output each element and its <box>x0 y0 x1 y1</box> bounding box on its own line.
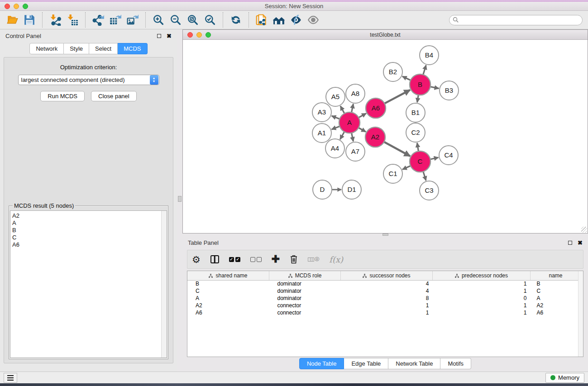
graph-node-A1[interactable]: A1 <box>312 124 331 143</box>
table-cell[interactable]: 1 <box>432 309 530 316</box>
save-session-icon[interactable] <box>22 12 37 28</box>
show-column-icon[interactable] <box>210 255 219 263</box>
graph-node-A7[interactable]: A7 <box>346 142 365 161</box>
graph-node-C2[interactable]: C2 <box>406 123 425 142</box>
graph-edge-B-B2[interactable] <box>402 76 411 81</box>
optimization-criterion-select[interactable]: largest connected component (directed) ▲… <box>18 75 159 85</box>
tab-network[interactable]: Network <box>29 43 64 54</box>
memory-button[interactable]: Memory <box>545 373 584 383</box>
export-network-icon[interactable] <box>91 12 106 28</box>
import-network-icon[interactable] <box>48 12 63 28</box>
graph-node-D1[interactable]: D1 <box>342 180 361 199</box>
import-table-icon[interactable] <box>65 12 80 28</box>
graph-node-A3[interactable]: A3 <box>312 103 331 122</box>
graph-node-B2[interactable]: B2 <box>383 62 402 81</box>
table-cell[interactable]: 1 <box>432 287 530 295</box>
table-row[interactable]: Cdominator41C <box>187 287 581 295</box>
hide-graphics-details-icon[interactable] <box>288 12 304 28</box>
window-resize-grip[interactable] <box>581 227 587 233</box>
table-cell[interactable]: A2 <box>530 302 581 309</box>
graph-edge-B-B4[interactable] <box>423 65 426 75</box>
tab-select[interactable]: Select <box>89 43 118 54</box>
table-cell[interactable]: 1 <box>432 302 530 309</box>
table-cell[interactable]: connector <box>269 302 340 309</box>
column-header-name[interactable]: name <box>530 271 581 280</box>
zoom-selected-icon[interactable] <box>202 12 218 28</box>
table-cell[interactable]: dominator <box>269 280 340 287</box>
column-header-successor-nodes[interactable]: successor nodes <box>341 271 433 280</box>
result-item[interactable]: C <box>12 234 159 241</box>
run-mcds-button[interactable]: Run MCDS <box>40 91 85 101</box>
graph-edge-A-A4[interactable] <box>340 131 344 139</box>
table-cell[interactable]: 4 <box>341 280 433 287</box>
table-cell[interactable]: 1 <box>341 309 433 316</box>
graph-node-D[interactable]: D <box>313 180 332 199</box>
graph-edge-A-A6[interactable] <box>358 114 366 118</box>
table-cell[interactable]: 1 <box>432 280 530 287</box>
graph-edge-A-A5[interactable] <box>340 106 345 114</box>
tab-node-table[interactable]: Node Table <box>299 358 344 369</box>
graph-edge-A-A3[interactable] <box>332 116 340 119</box>
table-cell[interactable]: 1 <box>341 302 433 309</box>
table-cell[interactable]: A6 <box>187 309 269 316</box>
graph-edge-C-C3[interactable] <box>423 171 426 181</box>
refresh-icon[interactable] <box>228 12 244 28</box>
graph-node-B3[interactable]: B3 <box>440 81 459 100</box>
delete-column-icon[interactable] <box>290 255 298 264</box>
graph-edge-A2-C[interactable] <box>383 142 410 156</box>
close-panel-icon[interactable]: ✖ <box>578 240 583 246</box>
table-cell[interactable]: 4 <box>341 287 433 295</box>
select-all-checkboxes-icon[interactable]: ✓✓ <box>229 257 240 262</box>
splitter-grip[interactable] <box>178 196 182 202</box>
tab-mcds[interactable]: MCDS <box>118 43 147 54</box>
graph-edge-A-A7[interactable] <box>351 133 353 142</box>
tab-edge-table[interactable]: Edge Table <box>344 358 388 369</box>
float-panel-icon[interactable] <box>568 241 572 245</box>
table-cell[interactable]: A <box>187 295 269 302</box>
float-panel-icon[interactable] <box>157 34 161 38</box>
result-item[interactable]: A2 <box>12 212 159 219</box>
result-item[interactable]: B <box>12 227 159 234</box>
column-header-predecessor-nodes[interactable]: predecessor nodes <box>432 271 530 280</box>
export-table-icon[interactable] <box>108 12 123 28</box>
horizontal-splitter[interactable] <box>182 234 588 236</box>
zoom-fit-icon[interactable] <box>185 12 201 28</box>
table-cell[interactable]: C <box>187 287 269 295</box>
graph-edge-C-C4[interactable] <box>430 157 438 159</box>
ndex-home-icon[interactable] <box>271 12 287 28</box>
search-input[interactable] <box>449 15 583 25</box>
table-cell[interactable]: B <box>187 280 269 287</box>
export-image-icon[interactable] <box>125 12 140 28</box>
column-header-MCDS-role[interactable]: MCDS role <box>269 271 340 280</box>
graph-node-A[interactable]: A <box>339 112 360 133</box>
graph-node-C1[interactable]: C1 <box>383 164 402 183</box>
show-graphics-details-icon[interactable] <box>306 12 321 28</box>
table-cell[interactable]: A6 <box>530 309 581 316</box>
table-cell[interactable]: A <box>530 295 581 302</box>
graph-node-C[interactable]: C <box>410 151 430 172</box>
add-column-icon[interactable]: ✚ <box>272 254 280 264</box>
graph-node-A5[interactable]: A5 <box>326 87 345 106</box>
graph-node-A8[interactable]: A8 <box>346 84 365 103</box>
graph-node-C3[interactable]: C3 <box>420 181 439 200</box>
graph-node-B[interactable]: B <box>410 74 430 95</box>
table-cell[interactable]: dominator <box>269 287 340 295</box>
panel-splitter[interactable] <box>177 29 182 372</box>
table-scrollbar[interactable] <box>578 271 583 357</box>
result-item[interactable]: A <box>12 219 159 227</box>
tab-network-table[interactable]: Network Table <box>388 358 440 369</box>
column-header-shared-name[interactable]: shared name <box>187 271 269 280</box>
unselect-all-checkboxes-icon[interactable] <box>250 257 262 262</box>
splitter-grip[interactable] <box>382 234 388 236</box>
graph-edge-B-B1[interactable] <box>417 95 419 103</box>
graph-edge-A-A1[interactable] <box>332 126 340 129</box>
close-panel-icon[interactable]: ✖ <box>167 33 172 39</box>
result-scrollbar[interactable] <box>161 211 167 357</box>
graph-node-A2[interactable]: A2 <box>365 127 385 147</box>
table-cell[interactable]: A2 <box>187 302 269 309</box>
close-panel-button[interactable]: Close panel <box>91 91 137 101</box>
tab-motifs[interactable]: Motifs <box>440 358 471 369</box>
new-network-from-file-icon[interactable] <box>254 12 269 28</box>
table-cell[interactable]: 0 <box>432 295 530 302</box>
table-row[interactable]: A6connector11A6 <box>187 309 581 316</box>
